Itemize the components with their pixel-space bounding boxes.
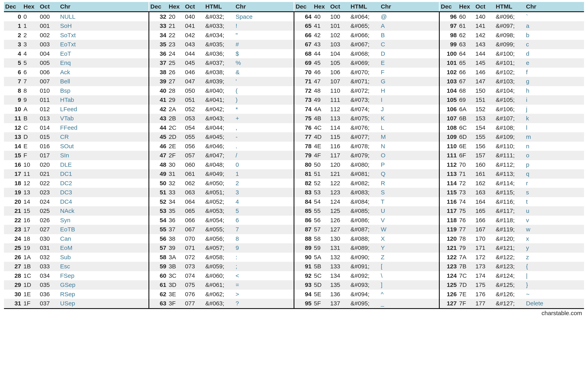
cell-chr[interactable]: FFeed (59, 123, 148, 132)
cell-chr[interactable]: n (525, 142, 584, 151)
cell-chr[interactable]: x (525, 234, 584, 244)
cell-chr[interactable]: f (525, 68, 584, 77)
cell-chr[interactable]: GSep (59, 280, 148, 290)
cell-chr[interactable]: VTab (59, 114, 148, 123)
cell-chr[interactable]: ^ (380, 290, 439, 299)
cell-chr[interactable]: + (234, 114, 294, 123)
cell-chr[interactable]: T (380, 197, 439, 207)
cell-chr[interactable]: @ (380, 12, 439, 22)
cell-chr[interactable]: v (525, 216, 584, 225)
cell-chr[interactable]: H (380, 86, 439, 95)
cell-chr[interactable]: | (525, 271, 584, 281)
cell-chr[interactable]: g (525, 77, 584, 86)
cell-chr[interactable]: SOut (59, 142, 148, 151)
cell-chr[interactable]: NULL (59, 12, 148, 22)
cell-chr[interactable]: EoTxt (59, 40, 148, 49)
cell-chr[interactable]: ) (234, 95, 294, 105)
cell-chr[interactable]: * (234, 105, 294, 114)
cell-chr[interactable]: 0 (234, 160, 294, 169)
cell-chr[interactable]: 4 (234, 197, 294, 207)
cell-chr[interactable]: Bell (59, 77, 148, 86)
cell-chr[interactable]: DC2 (59, 179, 148, 188)
cell-chr[interactable]: CR (59, 132, 148, 142)
cell-chr[interactable]: J (380, 105, 439, 114)
cell-chr[interactable]: o (525, 151, 584, 160)
cell-chr[interactable]: { (525, 262, 584, 271)
cell-chr[interactable]: DC3 (59, 188, 148, 197)
cell-chr[interactable]: # (234, 40, 294, 49)
cell-chr[interactable]: Y (380, 243, 439, 253)
cell-chr[interactable]: SIn (59, 151, 148, 160)
cell-chr[interactable]: I (380, 95, 439, 105)
cell-chr[interactable]: c (525, 40, 584, 49)
cell-chr[interactable]: , (234, 123, 294, 132)
cell-chr[interactable]: ` (525, 12, 584, 22)
cell-chr[interactable]: k (525, 114, 584, 123)
cell-chr[interactable]: EoTB (59, 225, 148, 234)
cell-chr[interactable]: SoH (59, 21, 148, 31)
cell-chr[interactable]: w (525, 225, 584, 234)
cell-chr[interactable]: 6 (234, 216, 294, 225)
cell-chr[interactable]: 9 (234, 243, 294, 253)
cell-chr[interactable]: Ack (59, 68, 148, 77)
cell-chr[interactable]: D (380, 49, 439, 59)
cell-chr[interactable]: z (525, 253, 584, 262)
cell-chr[interactable]: ~ (525, 290, 584, 299)
cell-chr[interactable]: USep (59, 299, 148, 308)
cell-chr[interactable]: h (525, 86, 584, 95)
cell-chr[interactable]: A (380, 21, 439, 31)
cell-chr[interactable]: E (380, 58, 439, 68)
cell-chr[interactable]: L (380, 123, 439, 132)
cell-chr[interactable]: Sub (59, 253, 148, 262)
cell-chr[interactable]: a (525, 21, 584, 31)
cell-chr[interactable]: LFeed (59, 105, 148, 114)
cell-chr[interactable]: S (380, 188, 439, 197)
cell-chr[interactable]: 2 (234, 179, 294, 188)
cell-chr[interactable]: ; (234, 262, 294, 271)
cell-chr[interactable]: U (380, 206, 439, 216)
cell-chr[interactable]: Can (59, 234, 148, 244)
cell-chr[interactable]: DLE (59, 160, 148, 169)
cell-chr[interactable]: / (234, 151, 294, 160)
cell-chr[interactable]: Syn (59, 216, 148, 225)
cell-chr[interactable]: DC1 (59, 169, 148, 179)
cell-chr[interactable]: Z (380, 253, 439, 262)
cell-chr[interactable]: y (525, 243, 584, 253)
cell-chr[interactable]: % (234, 58, 294, 68)
cell-chr[interactable]: : (234, 253, 294, 262)
cell-chr[interactable]: K (380, 114, 439, 123)
cell-chr[interactable]: G (380, 77, 439, 86)
cell-chr[interactable]: C (380, 40, 439, 49)
cell-chr[interactable]: F (380, 68, 439, 77)
cell-chr[interactable]: X (380, 234, 439, 244)
cell-chr[interactable]: r (525, 179, 584, 188)
cell-chr[interactable]: " (234, 31, 294, 40)
cell-chr[interactable]: Bsp (59, 86, 148, 95)
cell-chr[interactable]: > (234, 290, 294, 299)
cell-chr[interactable]: Esc (59, 262, 148, 271)
cell-chr[interactable]: u (525, 206, 584, 216)
cell-chr[interactable]: 7 (234, 225, 294, 234)
cell-chr[interactable]: j (525, 105, 584, 114)
cell-chr[interactable]: ' (234, 77, 294, 86)
cell-chr[interactable]: SoTxt (59, 31, 148, 40)
cell-chr[interactable]: R (380, 179, 439, 188)
cell-chr[interactable]: b (525, 31, 584, 40)
cell-chr[interactable]: l (525, 123, 584, 132)
cell-chr[interactable]: B (380, 31, 439, 40)
cell-chr[interactable]: q (525, 169, 584, 179)
cell-chr[interactable]: \ (380, 271, 439, 281)
cell-chr[interactable]: ] (380, 280, 439, 290)
cell-chr[interactable]: m (525, 132, 584, 142)
cell-chr[interactable]: P (380, 160, 439, 169)
cell-chr[interactable]: DC4 (59, 197, 148, 207)
cell-chr[interactable]: HTab (59, 95, 148, 105)
cell-chr[interactable]: ! (234, 21, 294, 31)
cell-chr[interactable]: i (525, 95, 584, 105)
cell-chr[interactable]: p (525, 160, 584, 169)
cell-chr[interactable]: Delete (525, 299, 584, 308)
cell-chr[interactable]: $ (234, 49, 294, 59)
cell-chr[interactable]: V (380, 216, 439, 225)
cell-chr[interactable]: . (234, 142, 294, 151)
cell-chr[interactable]: Q (380, 169, 439, 179)
